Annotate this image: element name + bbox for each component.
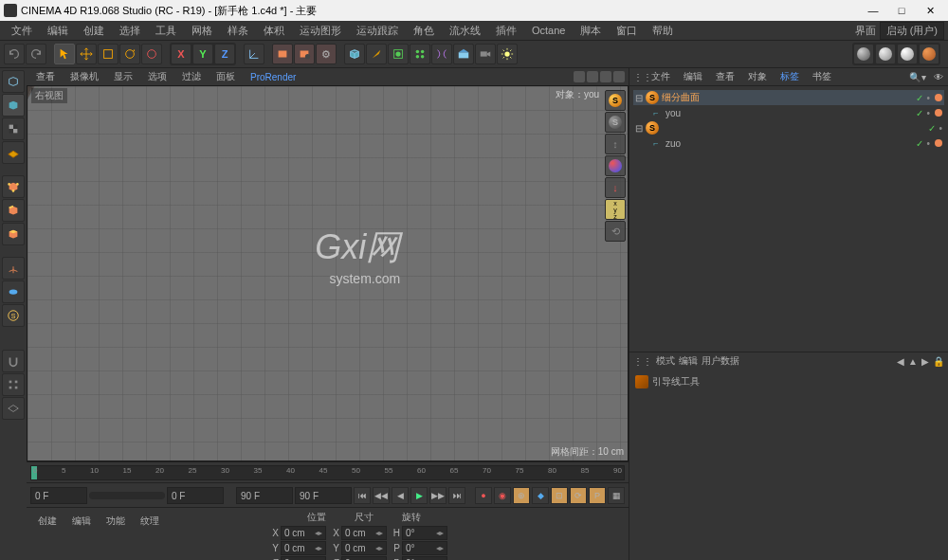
move-tool[interactable] (76, 44, 97, 64)
mat-tab-texture[interactable]: 纹理 (135, 514, 165, 529)
point-mode[interactable] (2, 175, 25, 198)
menu-create[interactable]: 创建 (76, 21, 112, 40)
y-axis-lock[interactable]: Y (192, 44, 213, 64)
vp-reset-icon[interactable]: ⟲ (605, 221, 626, 242)
vp-tab-panel[interactable]: 面板 (210, 70, 241, 83)
vp-solo-s[interactable]: S (605, 90, 626, 111)
vp-tab-filter[interactable]: 过滤 (176, 70, 207, 83)
sphere-shade1[interactable] (853, 44, 874, 64)
menu-octane[interactable]: Octane (524, 21, 573, 40)
pos-Z-input[interactable]: 0 cm◂▸ (281, 556, 326, 560)
obj-tab-view[interactable]: 查看 (710, 70, 740, 83)
light-tool[interactable] (497, 44, 518, 64)
render-settings[interactable]: ⚙ (316, 44, 337, 64)
tree-row[interactable]: ⌐you✓• (633, 105, 944, 120)
maximize-button[interactable]: □ (887, 1, 916, 20)
camera-tool[interactable] (475, 44, 496, 64)
tweak-mode[interactable] (2, 280, 25, 303)
edge-mode[interactable] (2, 199, 25, 222)
menu-plugins[interactable]: 插件 (488, 21, 524, 40)
play-forward[interactable]: ▶ (410, 487, 428, 504)
menu-mesh[interactable]: 网格 (184, 21, 220, 40)
vp-tab-display[interactable]: 显示 (108, 70, 138, 83)
spline-pen[interactable] (366, 44, 387, 64)
vp-tab-view[interactable]: 查看 (30, 70, 61, 83)
tree-row[interactable]: ⊟S细分曲面✓• (633, 90, 944, 105)
record-key[interactable]: ● (475, 487, 492, 504)
key-position[interactable]: ⊕ (513, 487, 530, 504)
timeline-track[interactable]: 051015202530354045505560657075808590 (30, 465, 625, 480)
cube-primitive[interactable] (344, 44, 365, 64)
rot-H-input[interactable]: 0°◂▸ (402, 526, 447, 540)
subdivision-surface[interactable] (388, 44, 409, 64)
vp-solo-s2[interactable]: S (605, 112, 626, 133)
obj-tab-file[interactable]: 文件 (646, 70, 676, 83)
frame-start[interactable]: 0 F (30, 487, 87, 504)
vp-nav-icon[interactable] (600, 71, 611, 82)
vp-tab-options[interactable]: 选项 (142, 70, 173, 83)
sphere-shade2[interactable] (875, 44, 896, 64)
key-param[interactable]: P (589, 487, 606, 504)
menu-script[interactable]: 脚本 (573, 21, 609, 40)
tree-row[interactable]: ⊟S✓• (633, 120, 944, 135)
lock-icon[interactable]: 🔒 (933, 356, 944, 367)
panel-menu-icon[interactable]: ⋮⋮ (633, 356, 652, 367)
mat-tab-func[interactable]: 功能 (100, 514, 131, 529)
size-Z-input[interactable]: 0 cm◂▸ (341, 556, 387, 560)
rotate-tool[interactable] (119, 44, 140, 64)
size-Y-input[interactable]: 0 cm◂▸ (341, 541, 387, 555)
texture-mode[interactable] (2, 117, 25, 140)
menu-mograph[interactable]: 运动图形 (292, 21, 349, 40)
key-rotation[interactable]: ⟳ (570, 487, 587, 504)
render-region[interactable] (294, 44, 315, 64)
nav-back-icon[interactable]: ◀ (897, 356, 904, 367)
snap-settings[interactable] (2, 373, 25, 396)
mat-tab-create[interactable]: 创建 (32, 514, 63, 529)
menu-character[interactable]: 角色 (406, 21, 442, 40)
vp-tab-camera[interactable]: 摄像机 (64, 70, 104, 83)
obj-tab-objects[interactable]: 对象 (742, 70, 773, 83)
menu-select[interactable]: 选择 (112, 21, 148, 40)
minimize-button[interactable]: — (859, 1, 887, 20)
key-pla[interactable]: ▦ (608, 487, 625, 504)
vp-nav-icon[interactable] (587, 71, 598, 82)
sphere-shade4[interactable] (919, 44, 939, 64)
size-X-input[interactable]: 0 cm◂▸ (341, 526, 387, 540)
menu-edit[interactable]: 编辑 (40, 21, 76, 40)
menu-spline[interactable]: 样条 (220, 21, 256, 40)
tag-icon[interactable] (935, 139, 942, 147)
menu-help[interactable]: 帮助 (645, 21, 681, 40)
model-mode[interactable] (2, 94, 25, 117)
attr-tab-edit[interactable]: 编辑 (679, 354, 698, 368)
axis-mode[interactable] (2, 257, 25, 280)
range-slider[interactable] (89, 492, 165, 499)
vp-tab-prorender[interactable]: ProRender (245, 72, 301, 82)
frame-end2[interactable]: 90 F (295, 487, 352, 504)
tag-icon[interactable] (935, 109, 942, 117)
menu-pipeline[interactable]: 流水线 (442, 21, 488, 40)
snap-toggle[interactable] (2, 350, 25, 372)
autokey[interactable]: ◉ (494, 487, 511, 504)
menu-file[interactable]: 文件 (4, 21, 40, 40)
search-icon[interactable]: 🔍 (909, 72, 920, 82)
nav-up-icon[interactable]: ▲ (908, 356, 918, 367)
vp-xyz-icon[interactable]: xyz (605, 199, 626, 220)
key-selection[interactable]: ◆ (532, 487, 549, 504)
sphere-shade3[interactable] (897, 44, 918, 64)
close-button[interactable]: ✕ (916, 1, 944, 20)
step-forward[interactable]: ▶▶ (429, 487, 447, 504)
mat-tab-edit[interactable]: 编辑 (66, 514, 97, 529)
tree-row[interactable]: ⌐zuo✓• (633, 135, 944, 151)
viewport-solo[interactable]: S (2, 304, 25, 327)
tag-icon[interactable] (935, 94, 942, 101)
make-editable[interactable] (2, 70, 25, 93)
z-axis-lock[interactable]: Z (214, 44, 235, 64)
rot-B-input[interactable]: 0°◂▸ (402, 556, 447, 560)
redo-button[interactable] (26, 44, 46, 64)
recent-tool[interactable] (141, 44, 162, 64)
frame-end1[interactable]: 90 F (236, 487, 293, 504)
menu-volume[interactable]: 体积 (256, 21, 292, 40)
panel-menu-icon[interactable]: ⋮⋮ (633, 72, 644, 82)
workplane-tool[interactable] (2, 397, 25, 420)
obj-tab-tags[interactable]: 标签 (775, 70, 805, 83)
